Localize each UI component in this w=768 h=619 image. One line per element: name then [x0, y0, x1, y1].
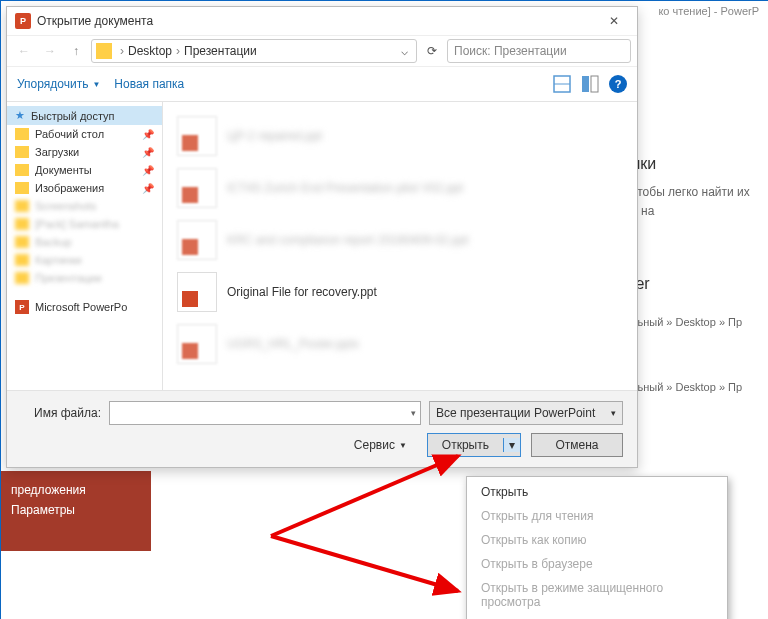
svg-line-5	[271, 536, 458, 591]
canvas: ко чтение] - PowerP предложения Параметр…	[0, 0, 768, 619]
menu-open-repair[interactable]: Открыть и восстановить	[467, 614, 727, 619]
menu-open-browser[interactable]: Открыть в браузере	[467, 552, 727, 576]
menu-open[interactable]: Открыть	[467, 480, 727, 504]
menu-open-protected[interactable]: Открыть в режиме защищенного просмотра	[467, 576, 727, 614]
menu-open-readonly[interactable]: Открыть для чтения	[467, 504, 727, 528]
svg-line-4	[271, 456, 458, 536]
open-dropdown-menu: Открыть Открыть для чтения Открыть как к…	[466, 476, 728, 619]
menu-open-copy[interactable]: Открыть как копию	[467, 528, 727, 552]
